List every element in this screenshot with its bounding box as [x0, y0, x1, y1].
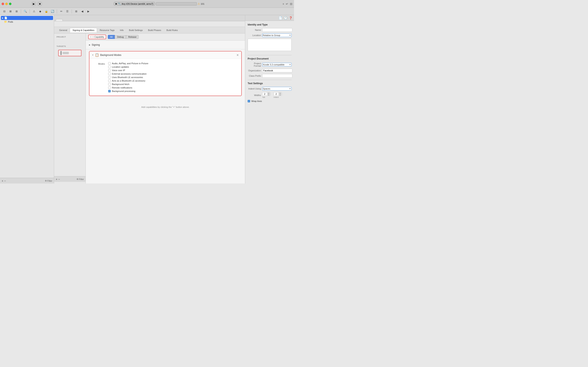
indent-using-label: Indent Using [248, 87, 261, 90]
breadcrumb-bar [54, 21, 245, 27]
tab-build-phases[interactable]: Build Phases [145, 28, 164, 33]
location-label: Location [248, 34, 261, 36]
nav-item-pods[interactable]: 📁 Pods [0, 20, 54, 24]
mode-bg-fetch-checkbox[interactable] [108, 83, 111, 85]
name-row: Name [248, 28, 292, 32]
proj-add-btn[interactable]: + [56, 178, 57, 181]
window-controls [2, 3, 30, 5]
navigator-footer: + − ⊛ Filter [0, 178, 54, 184]
tab-stepper-up[interactable]: ▲ [267, 92, 270, 94]
mode-ble-accessories-checkbox[interactable] [108, 76, 111, 78]
run-button[interactable]: ▶ [31, 2, 36, 6]
nav-minus-btn[interactable]: − [4, 179, 6, 183]
filter-tab-debug[interactable]: Debug [115, 35, 126, 39]
project-format-row: Project Format Xcode 3.2-compatible ▼ [248, 62, 292, 67]
nav-add-btn[interactable]: + [2, 179, 3, 183]
sidebar-toggle-btn[interactable]: ⊟ [2, 9, 7, 14]
class-prefix-input[interactable] [262, 74, 292, 78]
grid-btn[interactable]: ⊞ [73, 9, 79, 14]
asset-btn[interactable]: ⊠ [8, 9, 13, 14]
modes-list: Audio, AirPlay, and Picture in Picture L… [108, 62, 148, 92]
layout-icon[interactable]: ⊟ [290, 2, 292, 6]
mode-external-acc-label: External accessory communication [112, 73, 147, 75]
stop-button[interactable]: ■ [38, 2, 42, 6]
indent-stepper-down[interactable]: ▼ [279, 94, 282, 96]
mode-remote-notifications-checkbox[interactable] [108, 86, 111, 89]
refresh-btn[interactable]: 🔄 [50, 9, 55, 14]
proj-filter[interactable]: ⊛ Filter [77, 178, 84, 180]
wrap-lines-checkbox[interactable] [248, 100, 250, 102]
inspector-toolbar: 📄 🕐 ❓ [245, 15, 294, 21]
history-icon[interactable]: 🕐 [284, 16, 287, 20]
edit-btn[interactable]: ✏ [59, 9, 64, 14]
identity-textarea[interactable] [248, 39, 292, 51]
warning-badge[interactable]: ⚠ 101 [198, 2, 204, 5]
warning-btn[interactable]: ⚠ [31, 9, 37, 14]
bg-modes-expand-icon[interactable]: ▼ [92, 54, 94, 56]
mode-voip-label: Voice over IP [112, 69, 125, 72]
maximize-button[interactable] [9, 3, 11, 5]
nav-back-btn[interactable]: ◀ [80, 9, 85, 14]
diamond-btn[interactable]: ◆ [38, 9, 43, 14]
tab-info-label: Info [120, 29, 123, 31]
minimize-button[interactable] [5, 3, 8, 5]
view-btn[interactable]: ⊞ [14, 9, 19, 14]
tab-general-label: General [59, 29, 67, 31]
modes-label: Modes [93, 62, 105, 65]
add-tab-icon[interactable]: + [283, 2, 284, 6]
mode-remote-notifications-label: Remote notifications [112, 86, 132, 89]
navigator-content: ▶ 📄 📁 Pods [0, 15, 54, 178]
lock-btn[interactable]: 🔒 [44, 9, 49, 14]
enter-icon[interactable]: ↵ [286, 2, 288, 6]
project-format-label: Project Format [248, 62, 261, 67]
tab-stepper[interactable]: 2 ▲ ▼ [262, 92, 270, 96]
file-inspector-icon[interactable]: 📄 [279, 16, 282, 20]
mode-location-checkbox[interactable] [108, 66, 111, 68]
file-tabs: General Signing & Capabilities Resource … [54, 27, 245, 33]
mode-ble-accessory-checkbox[interactable] [108, 80, 111, 82]
mode-bg-processing-checkbox[interactable] [108, 90, 111, 92]
search-btn[interactable]: 🔍 [23, 9, 28, 14]
indent-stepper-up[interactable]: ▲ [279, 92, 282, 94]
target-item[interactable] [56, 49, 84, 57]
filter-tab-all[interactable]: All [108, 35, 115, 39]
tab-info[interactable]: Info [117, 28, 126, 33]
bg-modes-close-button[interactable]: ✕ [236, 53, 239, 57]
location-value: Relative to Group [263, 34, 280, 36]
tab-build-rules[interactable]: Build Rules [164, 28, 181, 33]
nav-filter[interactable]: ⊛ Filter [45, 179, 52, 182]
name-input[interactable] [262, 28, 292, 32]
editor-tab-active[interactable] [56, 19, 63, 21]
project-name-input[interactable] [8, 17, 35, 19]
tab-general[interactable]: General [57, 28, 70, 33]
list-btn[interactable]: ☰ [65, 9, 70, 14]
organization-input[interactable] [262, 69, 292, 72]
indent-using-select[interactable]: Spaces ▼ [262, 87, 292, 91]
scheme-selector[interactable]: ▶ 🔧 Any iOS Device (arm64, armv7) [114, 2, 155, 6]
capability-editor: + + Capability All Debug Release [86, 33, 245, 184]
signing-title: Signing [92, 43, 100, 46]
tab-signing-capabilities[interactable]: Signing & Capabilities [70, 28, 97, 33]
nav-fwd-btn[interactable]: ▶ [86, 9, 91, 14]
bg-modes-icon: 📋 [95, 53, 99, 57]
tab-resource-tags[interactable]: Resource Tags [97, 28, 117, 33]
project-format-select[interactable]: Xcode 3.2-compatible ▼ [262, 63, 292, 67]
nav-item-project[interactable]: ▶ 📄 [1, 16, 53, 20]
targets-section-label: TARGETS [54, 44, 86, 48]
indent-stepper[interactable]: 2 ▲ ▼ [274, 92, 282, 96]
mode-ble-accessories: Uses Bluetooth LE accessories [108, 76, 148, 78]
tab-stepper-down[interactable]: ▼ [267, 94, 270, 96]
proj-minus-btn[interactable]: − [58, 178, 60, 181]
mode-audio-checkbox[interactable] [108, 62, 111, 65]
signing-section-header[interactable]: ▶ Signing [89, 42, 242, 48]
tab-build-settings[interactable]: Build Settings [126, 28, 145, 33]
add-capability-button[interactable]: + + Capability [88, 35, 106, 39]
proj-filter-icon: ⊛ [77, 178, 78, 180]
mode-voip-checkbox[interactable] [108, 69, 111, 72]
mode-external-acc-checkbox[interactable] [108, 73, 111, 75]
wrap-lines-row: Wrap lines [248, 100, 292, 102]
close-button[interactable] [2, 3, 4, 5]
location-select[interactable]: Relative to Group ▼ [262, 33, 292, 37]
filter-tab-release[interactable]: Release [126, 35, 139, 39]
help-icon[interactable]: ❓ [289, 16, 292, 20]
